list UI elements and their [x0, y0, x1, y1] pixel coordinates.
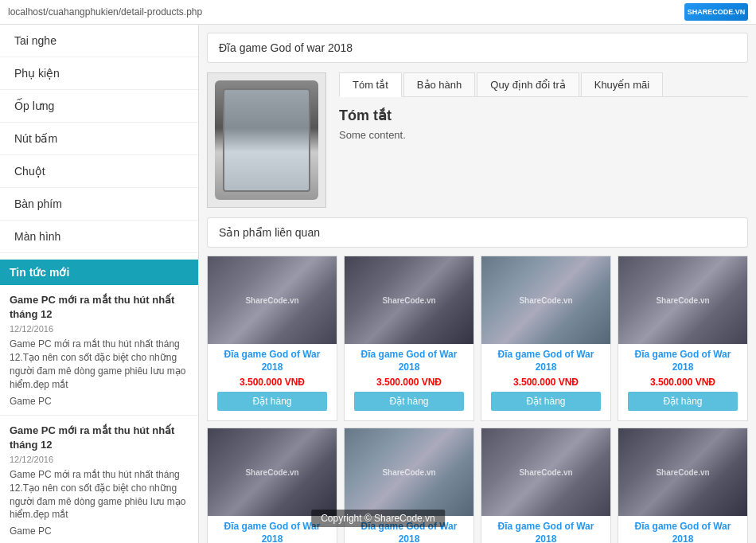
- product-card-body-7: Đĩa game God of War 2018 3.500.000 VNĐ Đ…: [481, 516, 610, 543]
- order-button-1[interactable]: Đặt hàng: [217, 392, 327, 411]
- product-card-2[interactable]: ShareCode.vn Đĩa game God of War 2018 3.…: [344, 256, 474, 421]
- product-card-4[interactable]: ShareCode.vn Đĩa game God of War 2018 3.…: [618, 256, 748, 421]
- tab-content: Tóm tắt Some content.: [339, 107, 748, 141]
- news-desc-1: Game PC mới ra mắt thu hút nhất tháng 12…: [10, 338, 189, 391]
- product-card-name-6: Đĩa game God of War 2018: [349, 521, 469, 543]
- news-item-2[interactable]: Game PC mới ra mắt thu hút nhất tháng 12…: [0, 416, 198, 543]
- sidebar-item-label: Chuột: [14, 165, 45, 178]
- product-title: Đĩa game God of war 2018: [219, 41, 353, 54]
- order-button-2[interactable]: Đặt hàng: [354, 392, 464, 411]
- product-image-inner: [215, 80, 318, 200]
- news-cat-1: Game PC: [10, 396, 189, 407]
- product-tabs: Tóm tắt Bảo hành Quy định đổi trả Khuyến…: [339, 72, 748, 97]
- sidebar-item-label: Phụ kiện: [14, 67, 60, 80]
- watermark-7: ShareCode.vn: [519, 468, 572, 477]
- product-card-img-5: ShareCode.vn: [208, 428, 337, 516]
- news-date-2: 12/12/2016: [10, 455, 189, 464]
- news-header: Tin tức mới: [0, 260, 198, 285]
- product-card-img-6: ShareCode.vn: [345, 428, 473, 516]
- tab-quy-dinh[interactable]: Quy định đổi trả: [477, 72, 579, 96]
- product-card-body-4: Đĩa game God of War 2018 3.500.000 VNĐ Đ…: [618, 344, 747, 420]
- product-card-6[interactable]: ShareCode.vn Đĩa game God of War 2018 3.…: [344, 428, 474, 543]
- url-bar: localhost/cuahangphukien/detail-products…: [8, 6, 684, 18]
- product-image: [207, 72, 326, 208]
- product-card-img-8: ShareCode.vn: [618, 428, 747, 516]
- news-item-1[interactable]: Game PC mới ra mắt thu hút nhất tháng 12…: [0, 285, 198, 416]
- watermark-5: ShareCode.vn: [245, 468, 298, 477]
- product-card-body-2: Đĩa game God of War 2018 3.500.000 VNĐ Đ…: [345, 344, 473, 420]
- sidebar-item-tai-nghe[interactable]: Tai nghe: [0, 25, 198, 57]
- product-card-price-4: 3.500.000 VNĐ: [623, 377, 742, 388]
- order-button-3[interactable]: Đặt hàng: [491, 392, 601, 411]
- sidebar-item-label: Ốp lưng: [14, 100, 54, 112]
- watermark-4: ShareCode.vn: [656, 296, 709, 305]
- sidebar-item-op-lung[interactable]: Ốp lưng: [0, 90, 198, 123]
- product-card-3[interactable]: ShareCode.vn Đĩa game God of War 2018 3.…: [481, 256, 611, 421]
- news-date-1: 12/12/2016: [10, 324, 189, 334]
- sidebar-item-ban-phim[interactable]: Bàn phím: [0, 188, 198, 221]
- product-card-name-4: Đĩa game God of War 2018: [623, 349, 742, 373]
- tab-content-title: Tóm tắt: [339, 107, 748, 124]
- product-card-name-2: Đĩa game God of War 2018: [349, 349, 469, 373]
- main-content: Đĩa game God of war 2018 Tóm tắt Bảo hàn…: [199, 25, 756, 543]
- sidebar: Tai nghe Phụ kiện Ốp lưng Nút bấm Chuột …: [0, 25, 199, 543]
- product-card-img-1: ShareCode.vn: [208, 256, 337, 344]
- page-layout: Tai nghe Phụ kiện Ốp lưng Nút bấm Chuột …: [0, 25, 756, 543]
- product-card-8[interactable]: ShareCode.vn Đĩa game God of War 2018 3.…: [618, 428, 748, 543]
- product-title-bar: Đĩa game God of war 2018: [207, 33, 748, 63]
- watermark-3: ShareCode.vn: [519, 296, 572, 305]
- sidebar-item-phu-kien[interactable]: Phụ kiện: [0, 57, 198, 90]
- watermark-8: ShareCode.vn: [656, 468, 709, 477]
- product-info: Tóm tắt Bảo hành Quy định đổi trả Khuyến…: [339, 72, 748, 208]
- product-card-name-5: Đĩa game God of War 2018: [212, 521, 332, 543]
- product-card-img-2: ShareCode.vn: [345, 256, 473, 344]
- watermark-6: ShareCode.vn: [382, 468, 435, 477]
- product-card-name-3: Đĩa game God of War 2018: [486, 349, 606, 373]
- product-card-7[interactable]: ShareCode.vn Đĩa game God of War 2018 3.…: [481, 428, 611, 543]
- product-card-body-3: Đĩa game God of War 2018 3.500.000 VNĐ Đ…: [481, 344, 610, 420]
- logo-image: SHARECODE.VN: [684, 3, 748, 21]
- sidebar-item-nut-bam[interactable]: Nút bấm: [0, 123, 198, 155]
- tab-content-body: Some content.: [339, 129, 748, 141]
- product-card-name-1: Đĩa game God of War 2018: [212, 349, 332, 373]
- product-card-img-3: ShareCode.vn: [481, 256, 610, 344]
- news-desc-2: Game PC mới ra mắt thu hút nhất tháng 12…: [10, 468, 189, 522]
- top-bar: localhost/cuahangphukien/detail-products…: [0, 0, 756, 25]
- sidebar-item-label: Màn hình: [14, 230, 60, 243]
- product-card-body-5: Đĩa game God of War 2018 3.500.000 VNĐ Đ…: [208, 516, 337, 543]
- product-card-img-7: ShareCode.vn: [481, 428, 610, 516]
- related-header: Sản phẩm liên quan: [207, 217, 748, 248]
- product-card-name-7: Đĩa game God of War 2018: [486, 521, 606, 543]
- tab-bao-hanh[interactable]: Bảo hành: [403, 72, 475, 96]
- product-card-price-3: 3.500.000 VNĐ: [486, 377, 606, 388]
- product-card-body-6: Đĩa game God of War 2018 3.500.000 VNĐ Đ…: [345, 516, 473, 543]
- sidebar-item-label: Nút bấm: [14, 132, 57, 145]
- sidebar-item-chuot[interactable]: Chuột: [0, 155, 198, 188]
- product-detail: Tóm tắt Bảo hành Quy định đổi trả Khuyến…: [207, 72, 748, 208]
- sidebar-item-man-hinh[interactable]: Màn hình: [0, 221, 198, 253]
- sidebar-item-label: Bàn phím: [14, 197, 62, 210]
- product-card-price-2: 3.500.000 VNĐ: [349, 377, 469, 388]
- news-cat-2: Game PC: [10, 525, 189, 537]
- watermark-2: ShareCode.vn: [382, 296, 435, 305]
- tab-tom-tat[interactable]: Tóm tắt: [339, 72, 402, 97]
- product-card-name-8: Đĩa game God of War 2018: [623, 521, 742, 543]
- products-grid: ShareCode.vn Đĩa game God of War 2018 3.…: [207, 256, 748, 543]
- logo: SHARECODE.VN: [684, 3, 748, 21]
- product-card-img-4: ShareCode.vn: [618, 256, 747, 344]
- logo-text: SHARECODE.VN: [688, 8, 746, 16]
- product-card-price-1: 3.500.000 VNĐ: [212, 377, 332, 388]
- watermark-1: ShareCode.vn: [245, 296, 298, 305]
- sidebar-item-label: Tai nghe: [14, 34, 57, 47]
- product-card-body-1: Đĩa game God of War 2018 3.500.000 VNĐ Đ…: [208, 344, 337, 420]
- news-title-2: Game PC mới ra mắt thu hút nhất tháng 12: [10, 424, 189, 452]
- product-card-5[interactable]: ShareCode.vn Đĩa game God of War 2018 3.…: [207, 428, 337, 543]
- order-button-4[interactable]: Đặt hàng: [628, 392, 738, 411]
- news-title-1: Game PC mới ra mắt thu hút nhất tháng 12: [10, 293, 189, 322]
- product-card-body-8: Đĩa game God of War 2018 3.500.000 VNĐ Đ…: [618, 516, 747, 543]
- tab-khuyen-mai[interactable]: Khuyến mãi: [581, 72, 663, 96]
- related-header-text: Sản phẩm liên quan: [219, 226, 320, 239]
- product-card-1[interactable]: ShareCode.vn Đĩa game God of War 2018 3.…: [207, 256, 337, 421]
